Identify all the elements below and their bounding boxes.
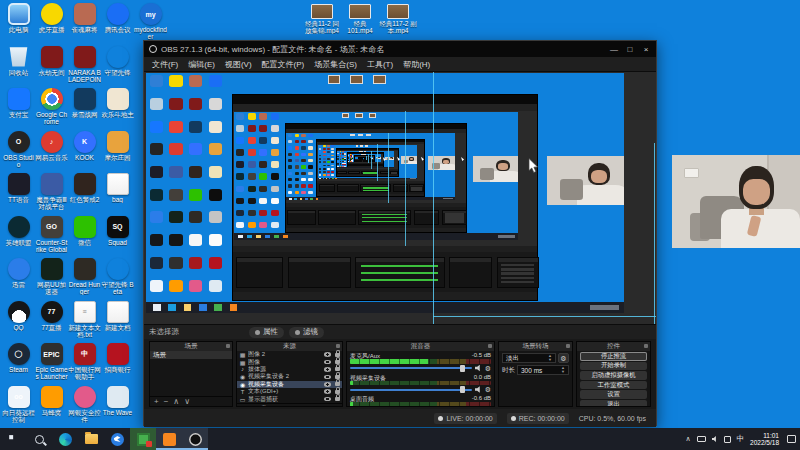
desktop-icon-OBS Studio[interactable]: OOBS Studio [2, 131, 35, 168]
volume-slider[interactable] [350, 389, 472, 391]
desktop-icon-守望先锋[interactable]: 守望先锋 [101, 46, 134, 76]
desktop-icon-微信[interactable]: 微信 [68, 216, 101, 246]
menu-视图(V)[interactable]: 视图(V) [225, 59, 252, 70]
taskbar-live-helper-button[interactable] [130, 428, 156, 450]
desktop-file[interactable]: 经典101.mp4 [341, 4, 379, 34]
volume-slider[interactable] [350, 367, 472, 369]
obs-titlebar[interactable]: OBS 27.1.3 (64-bit, windows) - 配置文件: 未命名… [144, 41, 656, 57]
visibility-eye-icon[interactable] [324, 389, 331, 394]
display-capture-preview[interactable] [146, 73, 624, 313]
visibility-eye-icon[interactable] [324, 367, 331, 372]
source-row-显示器捕获[interactable]: ▭显示器捕获 [237, 395, 342, 402]
desktop-icon-NARAKA BLADEPOINT[interactable]: NARAKA BLADEPOINT [68, 46, 101, 83]
scenes-toolbar-button[interactable]: + [154, 397, 159, 406]
lock-icon[interactable] [335, 367, 340, 371]
desktop-icon-雀魂麻将[interactable]: 雀魂麻将 [68, 3, 101, 33]
desktop-icon-回收站[interactable]: 回收站 [2, 46, 35, 76]
volume-slider-handle[interactable] [460, 386, 465, 393]
notification-center-icon[interactable] [787, 435, 796, 443]
obs-preview-canvas[interactable] [144, 71, 656, 325]
scene-list-item[interactable]: 场景 [150, 351, 232, 359]
transition-settings-button[interactable]: ⚙ [558, 353, 569, 363]
desktop-icon-中国银行网银助手[interactable]: 中中国银行网银助手 [68, 343, 101, 380]
control-button-开始录制[interactable]: 开始录制 [580, 362, 647, 371]
menu-场景集合(S)[interactable]: 场景集合(S) [314, 59, 357, 70]
desktop-icon-网易云音乐[interactable]: ♪网易云音乐 [35, 131, 68, 161]
desktop-icon-支付宝[interactable]: 支付宝 [2, 88, 35, 118]
visibility-eye-icon[interactable] [324, 352, 331, 357]
speaker-icon[interactable] [475, 386, 482, 393]
taskbar-edge-button[interactable] [52, 428, 78, 450]
sources-toolbar-button[interactable]: − [251, 404, 256, 407]
desktop-icon-Steam[interactable]: ◯Steam [2, 343, 35, 373]
desktop-icon-暴雪战网[interactable]: 暴雪战网 [68, 88, 101, 118]
tray-volume-icon[interactable] [712, 436, 718, 442]
mixer-gear-icon[interactable]: ⚙ [485, 365, 491, 372]
menu-配置文件(P)[interactable]: 配置文件(P) [262, 59, 305, 70]
desktop-icon-红色警戒2[interactable]: 红色警戒2 [68, 173, 101, 203]
transition-select[interactable]: 淡出▲▼ [502, 353, 556, 363]
desktop-icon-Counter-Strike Global Offensive[interactable]: GOCounter-Strike Global Offensive [35, 216, 68, 253]
sources-toolbar-button[interactable]: ∨ [283, 404, 289, 407]
control-button-停止推流[interactable]: 停止推流 [580, 352, 647, 361]
taskbar-thunder-button[interactable] [104, 428, 130, 450]
taskbar-clock[interactable]: 11:01 2022/5/18 [750, 432, 779, 447]
menu-帮助(H)[interactable]: 帮助(H) [403, 59, 430, 70]
desktop-icon-新建文本文档.txt[interactable]: ≡新建文本文档.txt [68, 301, 101, 338]
desktop-icon-摩尔庄园[interactable]: 摩尔庄园 [101, 131, 134, 161]
desktop-icon-The Wave[interactable]: The Wave [101, 386, 134, 416]
visibility-eye-icon[interactable] [324, 382, 331, 387]
scenes-toolbar-button[interactable]: ∨ [184, 397, 190, 406]
desktop-icon-英雄联盟[interactable]: 英雄联盟 [2, 216, 35, 246]
control-button-设置[interactable]: 设置 [580, 390, 647, 399]
visibility-eye-icon[interactable] [324, 375, 331, 380]
taskbar-search-button[interactable] [26, 428, 52, 450]
desktop-icon-网银安全控件[interactable]: 网银安全控件 [68, 386, 101, 423]
desktop-icon-永劫无间[interactable]: 永劫无间 [35, 46, 68, 76]
menu-文件(F)[interactable]: 文件(F) [152, 59, 178, 70]
lock-icon[interactable] [335, 397, 340, 401]
control-button-退出[interactable]: 退出 [580, 400, 647, 407]
desktop-icon-Squad[interactable]: SQSquad [101, 216, 134, 246]
desktop-icon-魔兽争霸Ⅲ 对战平台[interactable]: 魔兽争霸Ⅲ 对战平台 [35, 173, 68, 210]
desktop-icon-77直播[interactable]: 7777直播 [35, 301, 68, 331]
desktop-icon-新建文档[interactable]: 新建文档 [101, 301, 134, 331]
desktop-icon-腾讯会议[interactable]: 腾讯会议 [101, 3, 134, 33]
menu-编辑(E)[interactable]: 编辑(E) [188, 59, 215, 70]
minimize-button[interactable]: — [606, 45, 622, 54]
visibility-eye-icon[interactable] [324, 360, 331, 365]
control-button-启动虚拟摄像机[interactable]: 启动虚拟摄像机 [580, 371, 647, 380]
taskbar-music-app-button[interactable] [156, 428, 182, 450]
desktop-icon-守望先锋 Beta[interactable]: 守望先锋 Beta [101, 258, 134, 295]
desktop-icon-bag[interactable]: bag [101, 173, 134, 203]
visibility-eye-icon[interactable] [324, 397, 331, 402]
lock-icon[interactable] [335, 375, 340, 379]
desktop-icon-迅雷[interactable]: 迅雷 [2, 258, 35, 288]
taskbar-start-button[interactable] [0, 428, 26, 450]
desktop-icon-KOOK[interactable]: KKOOK [68, 131, 101, 161]
control-button-工作室模式[interactable]: 工作室模式 [580, 381, 647, 390]
tray-ime-indicator[interactable]: 中 [737, 434, 745, 444]
scenes-toolbar-button[interactable]: − [164, 397, 169, 406]
desktop-icon-mydockfinder[interactable]: mymydockfinder [134, 3, 167, 40]
properties-button[interactable]: 属性 [249, 327, 284, 338]
mixer-gear-icon[interactable]: ⚙ [485, 386, 491, 393]
tray-display-icon[interactable] [697, 436, 706, 442]
taskbar-file-explorer-button[interactable] [78, 428, 104, 450]
lock-icon[interactable] [335, 390, 340, 394]
tray-device-icon[interactable] [724, 436, 731, 443]
spinner-icon[interactable]: ▲▼ [561, 366, 565, 374]
lock-icon[interactable] [335, 353, 340, 357]
desktop-icon-Dread Hunger[interactable]: Dread Hunger [68, 258, 101, 295]
desktop-icon-欢乐斗地主[interactable]: 欢乐斗地主 [101, 88, 134, 118]
sources-toolbar-button[interactable]: ⚙ [260, 404, 267, 407]
desktop-icon-网易UU加速器[interactable]: 网易UU加速器 [35, 258, 68, 295]
lock-icon[interactable] [335, 360, 340, 364]
desktop-icon-马蜂窝[interactable]: 马蜂窝 [35, 386, 68, 416]
taskbar-obs-button[interactable] [182, 428, 208, 450]
duration-input[interactable]: 300 ms▲▼ [517, 365, 569, 375]
desktop-icon-虎牙直播[interactable]: 虎牙直播 [35, 3, 68, 33]
sources-toolbar-button[interactable]: ∧ [273, 404, 279, 407]
volume-slider-handle[interactable] [460, 365, 465, 372]
speaker-icon[interactable] [475, 365, 482, 372]
